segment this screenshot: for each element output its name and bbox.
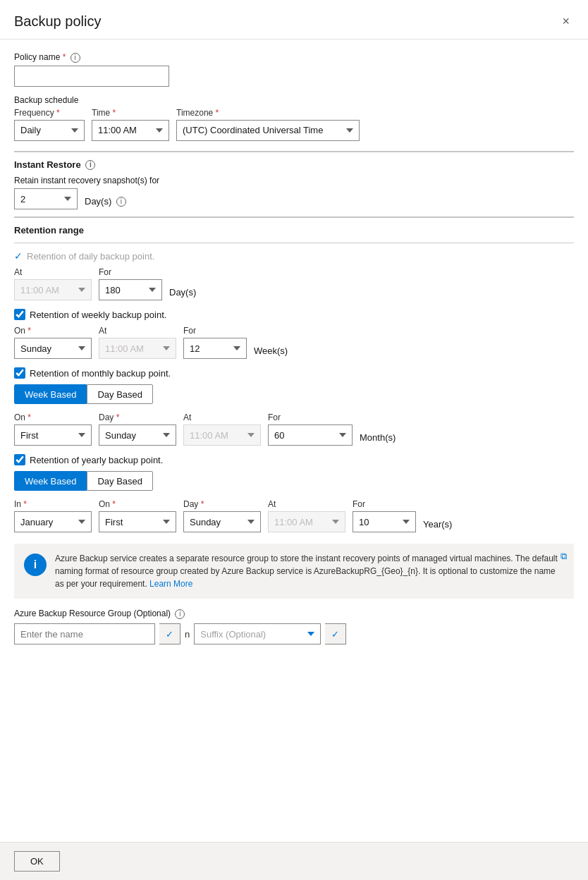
- resource-group-label: Azure Backup Resource Group (Optional) i: [14, 609, 574, 619]
- daily-row: At 11:00 AM For 180 Day(s): [14, 267, 574, 300]
- yearly-for-group: For 10: [353, 499, 416, 532]
- yearly-in-label: In *: [14, 499, 92, 509]
- frequency-group: Frequency * Daily Weekly: [14, 108, 85, 141]
- retention-range-section: Retention range ✓ Retention of daily bac…: [14, 216, 574, 532]
- time-group: Time * 11:00 AM: [92, 108, 169, 141]
- resource-group-section: Azure Backup Resource Group (Optional) i…: [14, 609, 574, 644]
- monthly-tab-group: Week Based Day Based: [14, 384, 574, 404]
- daily-for-label: For: [99, 267, 162, 277]
- monthly-day-label: Day *: [99, 412, 176, 422]
- yearly-day-label: Day *: [183, 499, 261, 509]
- daily-unit-label: Day(s): [169, 287, 196, 300]
- policy-name-input[interactable]: [14, 66, 169, 87]
- monthly-on-label: On *: [14, 412, 92, 422]
- resource-group-input[interactable]: [14, 623, 155, 644]
- frequency-select[interactable]: Daily Weekly: [14, 120, 85, 141]
- monthly-at-select: 11:00 AM: [183, 424, 261, 446]
- weekly-for-select[interactable]: 12: [183, 338, 247, 359]
- close-button[interactable]: ×: [558, 13, 574, 30]
- retention-range-title: Retention range: [14, 225, 574, 236]
- resource-input-check-icon: ✓: [159, 623, 180, 644]
- policy-name-required: *: [63, 52, 66, 62]
- daily-check-label: Retention of daily backup point.: [27, 251, 154, 262]
- monthly-day-select[interactable]: Sunday Monday: [99, 424, 176, 446]
- weekly-at-group: At 11:00 AM: [99, 326, 176, 359]
- learn-more-link[interactable]: Learn More: [149, 579, 192, 589]
- yearly-on-label: On *: [99, 499, 176, 509]
- monthly-for-select[interactable]: 60: [268, 424, 353, 446]
- suffix-check-icon: ✓: [325, 623, 346, 644]
- info-box-text: Azure Backup service creates a separate …: [55, 552, 564, 590]
- monthly-on-select[interactable]: First Second Third Fourth Last: [14, 424, 92, 446]
- monthly-check-row: Retention of monthly backup point.: [14, 367, 574, 379]
- yearly-at-group: At 11:00 AM: [268, 499, 345, 532]
- time-select[interactable]: 11:00 AM: [92, 120, 169, 141]
- yearly-in-select[interactable]: January February March: [14, 511, 92, 532]
- yearly-day-tab[interactable]: Day Based: [87, 471, 153, 491]
- daily-checkmark: ✓: [14, 250, 23, 262]
- yearly-in-group: In * January February March: [14, 499, 92, 532]
- monthly-retention-item: Retention of monthly backup point. Week …: [14, 367, 574, 446]
- timezone-group: Timezone * (UTC) Coordinated Universal T…: [176, 108, 360, 141]
- yearly-checkbox[interactable]: [14, 454, 25, 465]
- yearly-check-label: Retention of yearly backup point.: [30, 455, 163, 465]
- policy-name-label: Policy name * i: [14, 52, 574, 63]
- resource-group-row: ✓ n Suffix (Optional) ✓: [14, 623, 574, 644]
- yearly-for-select[interactable]: 10: [353, 511, 416, 532]
- weekly-unit-label: Week(s): [254, 346, 288, 359]
- weekly-checkbox[interactable]: [14, 309, 25, 320]
- monthly-day-group: Day * Sunday Monday: [99, 412, 176, 446]
- daily-for-select[interactable]: 180: [99, 279, 162, 300]
- yearly-on-select[interactable]: First Second Third: [99, 511, 176, 532]
- instant-restore-section: Instant Restore i Retain instant recover…: [14, 151, 574, 210]
- weekly-for-label: For: [183, 326, 247, 336]
- external-link-icon[interactable]: ⧉: [561, 551, 567, 562]
- monthly-row: On * First Second Third Fourth Last: [14, 412, 574, 446]
- monthly-at-label: At: [183, 412, 261, 422]
- days-info-icon[interactable]: i: [116, 197, 126, 207]
- timezone-select[interactable]: (UTC) Coordinated Universal Time: [176, 120, 360, 141]
- time-label: Time *: [92, 108, 169, 118]
- daily-at-label: At: [14, 267, 92, 277]
- yearly-at-select: 11:00 AM: [268, 511, 345, 532]
- daily-check-row: ✓ Retention of daily backup point.: [14, 250, 574, 262]
- yearly-unit-label: Year(s): [423, 519, 452, 532]
- monthly-on-group: On * First Second Third Fourth Last: [14, 412, 92, 446]
- weekly-at-select: 11:00 AM: [99, 338, 176, 359]
- monthly-check-label: Retention of monthly backup point.: [30, 368, 171, 379]
- ok-button[interactable]: OK: [14, 851, 60, 872]
- backup-schedule-label: Backup schedule: [14, 95, 574, 105]
- yearly-at-label: At: [268, 499, 345, 509]
- monthly-week-tab[interactable]: Week Based: [14, 384, 87, 404]
- panel-header: Backup policy ×: [0, 0, 588, 39]
- weekly-at-label: At: [99, 326, 176, 336]
- policy-name-section: Policy name * i: [14, 52, 574, 87]
- monthly-unit-label: Month(s): [360, 432, 396, 446]
- instant-restore-info-icon[interactable]: i: [85, 160, 95, 170]
- retention-divider-1: [14, 243, 574, 243]
- resource-group-info-icon[interactable]: i: [175, 609, 185, 619]
- yearly-check-row: Retention of yearly backup point.: [14, 454, 574, 465]
- yearly-retention-item: Retention of yearly backup point. Week B…: [14, 454, 574, 532]
- daily-retention-item: ✓ Retention of daily backup point. At 11…: [14, 250, 574, 300]
- n-label: n: [185, 629, 190, 640]
- panel-body: Policy name * i Backup schedule Frequenc…: [0, 39, 588, 659]
- weekly-on-select[interactable]: Sunday Monday Tuesday Wednesday Thursday…: [14, 338, 92, 359]
- weekly-check-row: Retention of weekly backup point.: [14, 309, 574, 320]
- yearly-on-group: On * First Second Third: [99, 499, 176, 532]
- suffix-select[interactable]: Suffix (Optional): [194, 623, 321, 644]
- timezone-label: Timezone *: [176, 108, 360, 118]
- instant-days-select[interactable]: 2 1 3 4 5: [14, 188, 78, 209]
- yearly-day-select[interactable]: Sunday Monday: [183, 511, 261, 532]
- policy-name-info-icon[interactable]: i: [71, 53, 80, 63]
- yearly-tab-group: Week Based Day Based: [14, 471, 574, 491]
- weekly-for-group: For 12: [183, 326, 247, 359]
- monthly-day-tab[interactable]: Day Based: [87, 384, 153, 404]
- daily-at-group: At 11:00 AM: [14, 267, 92, 300]
- weekly-retention-item: Retention of weekly backup point. On * S…: [14, 309, 574, 359]
- info-box-icon: i: [24, 554, 47, 576]
- weekly-on-label: On *: [14, 326, 92, 336]
- yearly-week-tab[interactable]: Week Based: [14, 471, 87, 491]
- monthly-checkbox[interactable]: [14, 367, 25, 379]
- backup-schedule-row: Frequency * Daily Weekly Time * 11:00 AM: [14, 108, 574, 141]
